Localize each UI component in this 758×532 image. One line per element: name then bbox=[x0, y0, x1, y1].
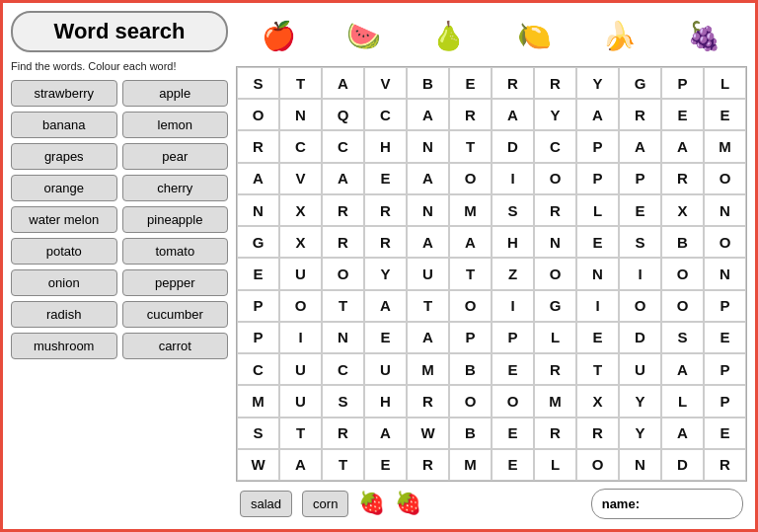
cell-7-6: I bbox=[492, 290, 534, 322]
cell-4-11: N bbox=[704, 194, 746, 226]
cell-4-5: M bbox=[449, 194, 492, 226]
cell-8-3: E bbox=[364, 322, 407, 353]
word-cucumber-button[interactable]: cucumber bbox=[122, 301, 229, 328]
cell-10-2: S bbox=[322, 385, 364, 417]
cell-9-11: P bbox=[704, 353, 746, 385]
cell-9-3: U bbox=[364, 353, 407, 385]
cell-1-10: E bbox=[661, 99, 704, 130]
cell-3-2: A bbox=[322, 163, 364, 194]
cell-0-0: S bbox=[237, 67, 279, 99]
cell-4-10: X bbox=[661, 194, 704, 226]
bottom-bar: salad corn 🍓 🍓 name: bbox=[236, 486, 747, 521]
cell-4-2: R bbox=[322, 194, 364, 226]
cell-3-0: A bbox=[237, 163, 279, 194]
cell-12-1: A bbox=[279, 449, 322, 481]
letter-grid: STAVBERRYGPLONQCARAYAREERCCHNTDCPAAMAVAE… bbox=[236, 66, 747, 482]
cell-0-5: E bbox=[449, 67, 492, 99]
fruit-icon-0: 🍎 bbox=[262, 23, 296, 50]
word-apple-button[interactable]: apple bbox=[122, 80, 229, 107]
cell-6-10: O bbox=[661, 258, 704, 289]
cell-10-8: X bbox=[576, 385, 619, 417]
word-corn-button[interactable]: corn bbox=[302, 491, 348, 517]
title-box: Word search bbox=[11, 11, 228, 52]
cell-0-1: T bbox=[279, 67, 322, 99]
cell-11-5: B bbox=[449, 418, 492, 449]
cell-10-9: Y bbox=[619, 385, 661, 417]
fruits-row: 🍎🍉🍐🍋🍌🍇 bbox=[236, 11, 747, 62]
cell-9-4: M bbox=[407, 353, 449, 385]
cell-6-4: U bbox=[407, 258, 449, 289]
strawberry2-icon: 🍓 bbox=[395, 491, 421, 516]
cell-2-10: A bbox=[661, 130, 704, 162]
cell-11-8: R bbox=[576, 418, 619, 449]
name-input[interactable] bbox=[644, 493, 732, 515]
cell-10-5: O bbox=[449, 385, 492, 417]
name-label: name: bbox=[602, 496, 640, 511]
word-grapes-button[interactable]: grapes bbox=[11, 143, 117, 170]
cell-8-5: P bbox=[449, 322, 492, 353]
cell-10-6: O bbox=[492, 385, 534, 417]
word-carrot-button[interactable]: carrot bbox=[122, 333, 229, 359]
cell-6-7: O bbox=[534, 258, 576, 289]
cell-9-8: T bbox=[576, 353, 619, 385]
word-banana-button[interactable]: banana bbox=[11, 112, 117, 138]
cell-3-7: O bbox=[534, 163, 576, 194]
cell-4-6: S bbox=[492, 194, 534, 226]
cell-2-9: A bbox=[619, 130, 661, 162]
word-list: strawberryapplebananalemongrapespearoran… bbox=[11, 80, 228, 359]
cell-12-10: D bbox=[661, 449, 704, 481]
cell-7-8: I bbox=[576, 290, 619, 322]
word-mushroom-button[interactable]: mushroom bbox=[11, 333, 117, 359]
cell-5-9: S bbox=[619, 226, 661, 258]
cell-3-10: R bbox=[661, 163, 704, 194]
cell-12-11: R bbox=[704, 449, 746, 481]
word-water-melon-button[interactable]: water melon bbox=[11, 206, 117, 233]
cell-0-7: R bbox=[534, 67, 576, 99]
cell-4-7: R bbox=[534, 194, 576, 226]
word-radish-button[interactable]: radish bbox=[11, 301, 117, 328]
cell-11-4: W bbox=[407, 418, 449, 449]
cell-10-3: H bbox=[364, 385, 407, 417]
cell-1-9: R bbox=[619, 99, 661, 130]
cell-8-6: P bbox=[492, 322, 534, 353]
cell-0-10: P bbox=[661, 67, 704, 99]
cell-12-8: O bbox=[576, 449, 619, 481]
cell-11-10: A bbox=[661, 418, 704, 449]
cell-9-6: E bbox=[492, 353, 534, 385]
cell-3-8: P bbox=[576, 163, 619, 194]
word-pear-button[interactable]: pear bbox=[122, 143, 229, 170]
word-cherry-button[interactable]: cherry bbox=[122, 175, 229, 201]
cell-8-8: E bbox=[576, 322, 619, 353]
word-pineapple-button[interactable]: pineapple bbox=[122, 206, 229, 233]
cell-12-9: N bbox=[619, 449, 661, 481]
word-potato-button[interactable]: potato bbox=[11, 238, 117, 265]
cell-4-0: N bbox=[237, 194, 279, 226]
cell-0-11: L bbox=[704, 67, 746, 99]
cell-5-4: A bbox=[407, 226, 449, 258]
cell-6-9: I bbox=[619, 258, 661, 289]
word-salad-button[interactable]: salad bbox=[240, 491, 292, 517]
word-pepper-button[interactable]: pepper bbox=[122, 269, 229, 296]
cell-11-3: A bbox=[364, 418, 407, 449]
word-lemon-button[interactable]: lemon bbox=[122, 112, 229, 138]
cell-2-4: N bbox=[407, 130, 449, 162]
word-orange-button[interactable]: orange bbox=[11, 175, 117, 201]
cell-1-6: A bbox=[492, 99, 534, 130]
cell-3-6: I bbox=[492, 163, 534, 194]
cell-2-8: P bbox=[576, 130, 619, 162]
left-panel: Word search Find the words. Colour each … bbox=[11, 11, 228, 521]
cell-5-6: H bbox=[492, 226, 534, 258]
cell-8-11: E bbox=[704, 322, 746, 353]
instruction: Find the words. Colour each word! bbox=[11, 60, 228, 72]
cell-10-11: P bbox=[704, 385, 746, 417]
cell-4-4: N bbox=[407, 194, 449, 226]
cell-1-7: Y bbox=[534, 99, 576, 130]
fruit-icon-4: 🍌 bbox=[602, 23, 637, 50]
cell-12-7: L bbox=[534, 449, 576, 481]
word-tomato-button[interactable]: tomato bbox=[122, 238, 229, 265]
word-onion-button[interactable]: onion bbox=[11, 269, 117, 296]
word-strawberry-button[interactable]: strawberry bbox=[11, 80, 117, 107]
cell-4-1: X bbox=[279, 194, 322, 226]
cell-11-7: R bbox=[534, 418, 576, 449]
cell-2-1: C bbox=[279, 130, 322, 162]
